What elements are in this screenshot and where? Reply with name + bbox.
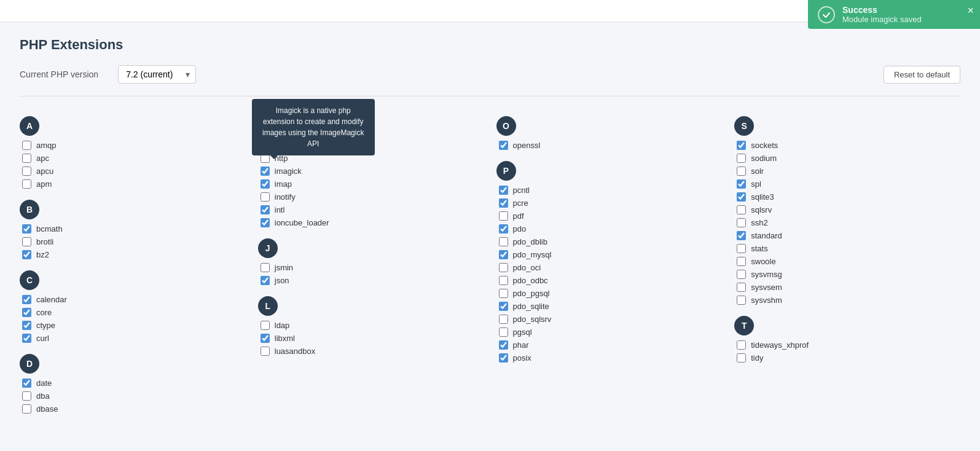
ext-checkbox-apm[interactable]: [22, 179, 31, 189]
ext-checkbox-sodium[interactable]: [737, 154, 746, 163]
ext-label-sysvshm[interactable]: sysvshm: [737, 296, 782, 305]
ext-checkbox-intl[interactable]: [261, 205, 270, 214]
ext-checkbox-sqlsrv[interactable]: [737, 205, 746, 214]
ext-label-ioncube_loader[interactable]: ioncube_loader: [261, 218, 329, 227]
ext-label-ldap[interactable]: ldap: [261, 321, 290, 330]
ext-checkbox-pdo_dblib[interactable]: [499, 237, 508, 246]
ext-checkbox-sysvshm[interactable]: [737, 296, 746, 305]
toast-close-button[interactable]: ×: [967, 5, 974, 16]
ext-checkbox-openssl[interactable]: [499, 141, 508, 150]
ext-label-apc[interactable]: apc: [22, 154, 49, 163]
ext-label-ctype[interactable]: ctype: [22, 321, 55, 330]
ext-label-core[interactable]: core: [22, 308, 52, 317]
ext-checkbox-bcmath[interactable]: [22, 224, 31, 233]
ext-label-tideways_xhprof[interactable]: tideways_xhprof: [737, 340, 809, 350]
ext-label-sqlite3[interactable]: sqlite3: [737, 192, 774, 202]
ext-checkbox-amqp[interactable]: [22, 141, 31, 150]
ext-label-tidy[interactable]: tidy: [737, 353, 763, 363]
ext-label-pcntl[interactable]: pcntl: [499, 186, 530, 195]
ext-checkbox-pdo_oci[interactable]: [499, 263, 508, 272]
ext-label-sockets[interactable]: sockets: [737, 141, 778, 150]
ext-label-dbase[interactable]: dbase: [22, 404, 58, 414]
ext-checkbox-curl[interactable]: [22, 334, 31, 343]
ext-label-calendar[interactable]: calendar: [22, 295, 67, 304]
ext-checkbox-jsmin[interactable]: [261, 263, 270, 272]
ext-label-libxml[interactable]: libxml: [261, 334, 295, 343]
ext-checkbox-brotli[interactable]: [22, 237, 31, 246]
ext-checkbox-tidy[interactable]: [737, 353, 746, 363]
ext-label-pdo_sqlsrv[interactable]: pdo_sqlsrv: [499, 315, 552, 324]
ext-checkbox-ldap[interactable]: [261, 321, 270, 330]
ext-checkbox-pcntl[interactable]: [499, 186, 508, 195]
ext-label-spl[interactable]: spl: [737, 179, 761, 189]
ext-checkbox-swoole[interactable]: [737, 257, 746, 266]
ext-checkbox-pdo_pgsql[interactable]: [499, 289, 508, 298]
ext-checkbox-pgsql[interactable]: [499, 327, 508, 337]
ext-label-bcmath[interactable]: bcmath: [22, 224, 63, 233]
ext-checkbox-pdo[interactable]: [499, 224, 508, 233]
ext-label-pcre[interactable]: pcre: [499, 198, 528, 208]
ext-checkbox-pdo_odbc[interactable]: [499, 276, 508, 285]
ext-checkbox-dba[interactable]: [22, 391, 31, 401]
ext-checkbox-tideways_xhprof[interactable]: [737, 340, 746, 350]
ext-label-imagick[interactable]: imagick: [261, 167, 302, 176]
ext-label-pdo_oci[interactable]: pdo_oci: [499, 263, 541, 272]
ext-checkbox-pcre[interactable]: [499, 198, 508, 208]
ext-checkbox-stats[interactable]: [737, 244, 746, 253]
ext-label-intl[interactable]: intl: [261, 205, 285, 214]
ext-label-brotli[interactable]: brotli: [22, 237, 53, 246]
ext-label-posix[interactable]: posix: [499, 353, 531, 363]
ext-label-standard[interactable]: standard: [737, 231, 782, 240]
ext-label-apm[interactable]: apm: [22, 179, 52, 189]
ext-checkbox-core[interactable]: [22, 308, 31, 317]
ext-checkbox-standard[interactable]: [737, 231, 746, 240]
ext-checkbox-dbase[interactable]: [22, 404, 31, 414]
ext-label-pdo_mysql[interactable]: pdo_mysql: [499, 250, 552, 259]
ext-label-sysvsem[interactable]: sysvsem: [737, 283, 782, 292]
ext-label-stats[interactable]: stats: [737, 244, 767, 253]
ext-checkbox-sysvmsg[interactable]: [737, 270, 746, 279]
ext-checkbox-imagick[interactable]: [261, 167, 270, 176]
ext-label-openssl[interactable]: openssl: [499, 141, 541, 150]
ext-checkbox-imap[interactable]: [261, 179, 270, 189]
ext-label-solr[interactable]: solr: [737, 167, 764, 176]
ext-label-pdf[interactable]: pdf: [499, 211, 524, 221]
ext-checkbox-calendar[interactable]: [22, 295, 31, 304]
ext-checkbox-apc[interactable]: [22, 154, 31, 163]
ext-checkbox-sysvsem[interactable]: [737, 283, 746, 292]
ext-label-pdo_pgsql[interactable]: pdo_pgsql: [499, 289, 550, 298]
php-version-select[interactable]: 7.2 (current) 7.4 8.0 8.1: [118, 65, 196, 84]
ext-checkbox-spl[interactable]: [737, 179, 746, 189]
ext-label-sqlsrv[interactable]: sqlsrv: [737, 205, 772, 214]
ext-label-inotify[interactable]: inotify: [261, 192, 296, 202]
ext-checkbox-ioncube_loader[interactable]: [261, 218, 270, 227]
ext-label-curl[interactable]: curl: [22, 334, 49, 343]
ext-checkbox-pdf[interactable]: [499, 211, 508, 221]
ext-label-swoole[interactable]: swoole: [737, 257, 775, 266]
ext-checkbox-date[interactable]: [22, 378, 31, 388]
ext-checkbox-pdo_sqlsrv[interactable]: [499, 315, 508, 324]
ext-checkbox-apcu[interactable]: [22, 167, 31, 176]
ext-label-hash[interactable]: hash: [261, 141, 292, 150]
ext-checkbox-hash[interactable]: [261, 141, 270, 150]
ext-label-http[interactable]: http: [261, 154, 288, 163]
ext-label-sysvmsg[interactable]: sysvmsg: [737, 270, 782, 279]
ext-label-apcu[interactable]: apcu: [22, 167, 53, 176]
ext-label-pgsql[interactable]: pgsql: [499, 327, 532, 337]
ext-checkbox-ssh2[interactable]: [737, 218, 746, 227]
ext-checkbox-posix[interactable]: [499, 353, 508, 363]
ext-label-phar[interactable]: phar: [499, 340, 529, 350]
ext-checkbox-solr[interactable]: [737, 167, 746, 176]
ext-label-pdo[interactable]: pdo: [499, 224, 527, 233]
ext-checkbox-ctype[interactable]: [22, 321, 31, 330]
ext-label-date[interactable]: date: [22, 378, 52, 388]
ext-checkbox-luasandbox[interactable]: [261, 347, 270, 356]
reset-to-default-button[interactable]: Reset to default: [884, 66, 960, 84]
ext-checkbox-sockets[interactable]: [737, 141, 746, 150]
ext-label-pdo_sqlite[interactable]: pdo_sqlite: [499, 302, 549, 311]
ext-label-pdo_odbc[interactable]: pdo_odbc: [499, 276, 548, 285]
ext-label-dba[interactable]: dba: [22, 391, 50, 401]
ext-label-ssh2[interactable]: ssh2: [737, 218, 767, 227]
ext-label-pdo_dblib[interactable]: pdo_dblib: [499, 237, 547, 246]
ext-label-json[interactable]: json: [261, 276, 289, 285]
